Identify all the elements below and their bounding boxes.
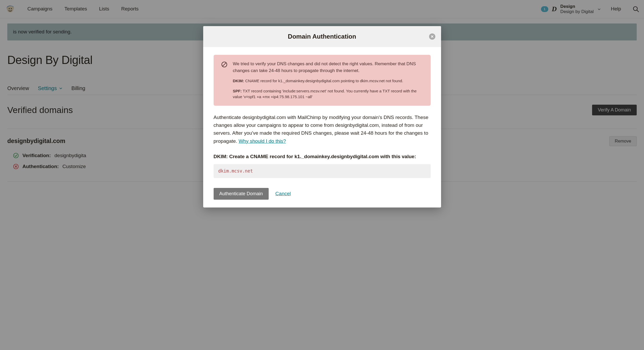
dns-error-alert: We tried to verify your DNS changes and … <box>214 55 431 106</box>
cancel-link[interactable]: Cancel <box>275 190 291 198</box>
modal-description: Authenticate designbydigital.com with Ma… <box>214 114 431 145</box>
spf-error-text: TXT record containing 'include:servers.m… <box>233 89 417 99</box>
domain-auth-modal: Domain Authentication We tried to verify… <box>203 26 441 207</box>
dkim-label: DKIM: <box>233 79 244 83</box>
error-summary: We tried to verify your DNS changes and … <box>233 61 423 74</box>
svg-line-9 <box>222 63 226 66</box>
spf-error-line: SPF: TXT record containing 'include:serv… <box>233 88 423 100</box>
dkim-instruction-heading: DKIM: Create a CNAME record for k1._doma… <box>214 153 431 161</box>
dkim-value-box[interactable]: dkim.mcsv.net <box>214 164 431 178</box>
spf-label: SPF: <box>233 89 242 93</box>
modal-close-button[interactable] <box>429 33 435 40</box>
modal-body[interactable]: We tried to verify your DNS changes and … <box>203 47 441 183</box>
modal-backdrop[interactable]: Domain Authentication We tried to verify… <box>0 0 644 350</box>
why-link[interactable]: Why should I do this? <box>239 138 286 144</box>
authenticate-domain-button[interactable]: Authenticate Domain <box>214 188 269 200</box>
dkim-error-line: DKIM: CNAME record for k1._domainkey.des… <box>233 78 423 84</box>
dkim-error-text: CNAME record for k1._domainkey.designbyd… <box>245 79 403 83</box>
modal-header: Domain Authentication <box>203 26 441 47</box>
modal-title: Domain Authentication <box>288 32 356 41</box>
modal-footer: Authenticate Domain Cancel <box>203 183 441 207</box>
block-icon <box>221 61 228 68</box>
close-icon <box>430 35 434 38</box>
